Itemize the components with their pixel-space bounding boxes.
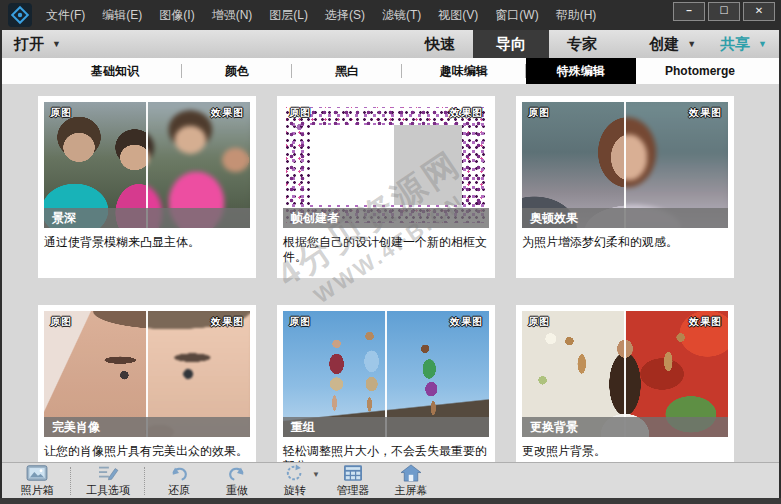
create-label: 创建: [649, 35, 679, 54]
toolbar-label: 工具选项: [86, 483, 130, 498]
tab-special-edits[interactable]: 特殊编辑: [526, 58, 636, 84]
undo-button[interactable]: 还原: [150, 464, 208, 498]
chevron-down-icon: ▼: [52, 39, 61, 49]
rotate-icon: [284, 464, 306, 482]
card-title: 完美肖像: [44, 417, 250, 437]
card-title: 奥顿效果: [522, 208, 728, 228]
mode-tab-expert[interactable]: 专家: [549, 30, 615, 58]
tool-options-button[interactable]: 工具选项: [76, 464, 140, 498]
card-replace-background[interactable]: 原图 效果图 更换背景 更改照片背景。: [516, 305, 734, 462]
tab-fun-edits[interactable]: 趣味编辑: [402, 58, 526, 84]
tab-black-white[interactable]: 黑白: [292, 58, 402, 84]
card-description: 为照片增添梦幻柔和的观感。: [522, 235, 728, 250]
card-title: 更换背景: [522, 417, 728, 437]
after-label: 效果图: [211, 106, 244, 120]
card-preview-image: 原图 效果图 帧创建者: [283, 102, 489, 228]
maximize-button[interactable]: ☐: [708, 2, 740, 21]
rotate-button[interactable]: ▼ 旋转: [266, 464, 324, 498]
card-description: 轻松调整照片大小，不会丢失最重要的部分。: [283, 444, 489, 462]
menu-help[interactable]: 帮助(H): [556, 7, 597, 24]
close-button[interactable]: ✕: [743, 2, 775, 21]
mode-tab-quick[interactable]: 快速: [407, 30, 473, 58]
toolbar-label: 照片箱: [21, 483, 54, 498]
toolbar-label: 还原: [168, 483, 190, 498]
mode-tab-guided[interactable]: 导向: [473, 30, 549, 58]
before-label: 原图: [50, 106, 72, 120]
menu-select[interactable]: 选择(S): [325, 7, 365, 24]
chevron-down-icon: ▼: [312, 470, 320, 479]
redo-button[interactable]: 重做: [208, 464, 266, 498]
share-label: 共享: [720, 35, 750, 54]
tab-photomerge[interactable]: Photomerge: [636, 58, 764, 84]
after-label: 效果图: [211, 315, 244, 329]
photoshop-elements-window: 文件(F) 编辑(E) 图像(I) 增强(N) 图层(L) 选择(S) 滤镜(T…: [0, 0, 781, 504]
edit-mode-tabs: 快速 导向 专家: [407, 30, 615, 58]
action-bar: 打开 ▼ 快速 导向 专家 创建 ▼ 共享 ▼: [2, 30, 779, 59]
card-depth-of-field[interactable]: 原图 效果图 景深 通过使背景模糊来凸显主体。: [38, 96, 256, 278]
undo-icon: [168, 464, 190, 482]
after-label: 效果图: [689, 106, 722, 120]
menu-file[interactable]: 文件(F): [46, 7, 85, 24]
before-label: 原图: [528, 315, 550, 329]
open-button[interactable]: 打开 ▼: [14, 30, 61, 58]
minimize-button[interactable]: –: [673, 2, 705, 21]
before-label: 原图: [50, 315, 72, 329]
card-preview-image: 原图 效果图 重组: [283, 311, 489, 437]
card-title: 帧创建者: [283, 208, 489, 228]
window-controls: – ☐ ✕: [673, 2, 775, 21]
card-description: 让您的肖像照片具有完美出众的效果。: [44, 444, 250, 459]
app-logo-icon: [8, 3, 32, 27]
title-menu-bar: 文件(F) 编辑(E) 图像(I) 增强(N) 图层(L) 选择(S) 滤镜(T…: [0, 0, 781, 30]
card-orton-effect[interactable]: 原图 效果图 奥顿效果 为照片增添梦幻柔和的观感。: [516, 96, 734, 278]
toolbar-divider: [144, 467, 146, 495]
guided-edit-grid: 原图 效果图 景深 通过使背景模糊来凸显主体。 原图 效果图 帧创建者 根据您自…: [2, 84, 779, 462]
card-description: 更改照片背景。: [522, 444, 728, 459]
card-recompose[interactable]: 原图 效果图 重组 轻松调整照片大小，不会丢失最重要的部分。: [277, 305, 495, 462]
tab-basics[interactable]: 基础知识: [48, 58, 182, 84]
card-description: 通过使背景模糊来凸显主体。: [44, 235, 250, 250]
open-label: 打开: [14, 35, 44, 54]
before-label: 原图: [289, 106, 311, 120]
before-label: 原图: [289, 315, 311, 329]
toolbar-divider: [70, 467, 72, 495]
toolbar-label: 重做: [226, 483, 248, 498]
menu-filter[interactable]: 滤镜(T): [382, 7, 421, 24]
organizer-button[interactable]: 管理器: [324, 464, 382, 498]
card-frame-creator[interactable]: 原图 效果图 帧创建者 根据您自己的设计创建一个新的相框文件。: [277, 96, 495, 278]
toolbar-label: 主屏幕: [395, 483, 428, 498]
menu-bar: 文件(F) 编辑(E) 图像(I) 增强(N) 图层(L) 选择(S) 滤镜(T…: [46, 7, 596, 24]
card-preview-image: 原图 效果图 完美肖像: [44, 311, 250, 437]
chevron-down-icon: ▼: [687, 39, 696, 49]
redo-icon: [226, 464, 248, 482]
after-label: 效果图: [450, 315, 483, 329]
after-label: 效果图: [689, 315, 722, 329]
frame-inner-area: [310, 125, 462, 205]
menu-image[interactable]: 图像(I): [159, 7, 194, 24]
menu-window[interactable]: 窗口(W): [495, 7, 538, 24]
toolbar-label: 管理器: [337, 483, 370, 498]
menu-edit[interactable]: 编辑(E): [102, 7, 142, 24]
bottom-toolbar: 照片箱 工具选项 还原 重做: [2, 462, 779, 498]
create-button[interactable]: 创建 ▼: [649, 35, 696, 54]
card-preview-image: 原图 效果图 奥顿效果: [522, 102, 728, 228]
card-perfect-portrait[interactable]: 原图 效果图 完美肖像 让您的肖像照片具有完美出众的效果。: [38, 305, 256, 462]
share-button[interactable]: 共享 ▼: [720, 35, 767, 54]
after-label: 效果图: [450, 106, 483, 120]
photo-bin-button[interactable]: 照片箱: [8, 464, 66, 498]
tab-color[interactable]: 颜色: [182, 58, 292, 84]
menu-view[interactable]: 视图(V): [438, 7, 478, 24]
chevron-down-icon: ▼: [758, 39, 767, 49]
tool-options-icon: [97, 464, 119, 482]
menu-enhance[interactable]: 增强(N): [212, 7, 253, 24]
toolbar-label: 旋转: [284, 483, 306, 498]
menu-layer[interactable]: 图层(L): [269, 7, 308, 24]
card-preview-image: 原图 效果图 景深: [44, 102, 250, 228]
before-label: 原图: [528, 106, 550, 120]
guided-category-tabs: 基础知识 颜色 黑白 趣味编辑 特殊编辑 Photomerge: [2, 58, 779, 84]
home-icon: [400, 464, 422, 482]
home-screen-button[interactable]: 主屏幕: [382, 464, 440, 498]
photo-bin-icon: [26, 464, 48, 482]
action-bar-right: 创建 ▼ 共享 ▼: [649, 30, 767, 58]
card-description: 根据您自己的设计创建一个新的相框文件。: [283, 235, 489, 265]
organizer-icon: [342, 464, 364, 482]
